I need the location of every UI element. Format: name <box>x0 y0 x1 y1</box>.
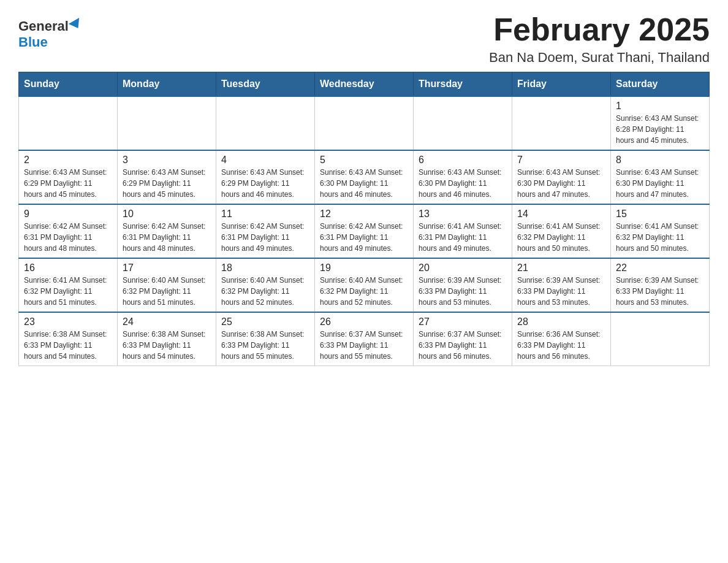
day-info: Sunrise: 6:42 AM Sunset: 6:31 PM Dayligh… <box>123 221 211 254</box>
day-info: Sunrise: 6:40 AM Sunset: 6:32 PM Dayligh… <box>221 275 309 308</box>
day-info: Sunrise: 6:37 AM Sunset: 6:33 PM Dayligh… <box>320 329 408 362</box>
day-number: 18 <box>221 262 309 274</box>
calendar-cell: 22Sunrise: 6:39 AM Sunset: 6:33 PM Dayli… <box>611 258 710 312</box>
day-info: Sunrise: 6:38 AM Sunset: 6:33 PM Dayligh… <box>24 329 112 362</box>
calendar-header-row: SundayMondayTuesdayWednesdayThursdayFrid… <box>19 72 710 97</box>
calendar-cell: 11Sunrise: 6:42 AM Sunset: 6:31 PM Dayli… <box>216 204 315 258</box>
day-info: Sunrise: 6:40 AM Sunset: 6:32 PM Dayligh… <box>320 275 408 308</box>
day-number: 12 <box>320 209 408 220</box>
calendar-week-row: 9Sunrise: 6:42 AM Sunset: 6:31 PM Daylig… <box>19 204 710 258</box>
day-number: 20 <box>419 262 507 274</box>
day-number: 4 <box>221 155 309 166</box>
day-number: 6 <box>419 155 507 166</box>
calendar-cell: 5Sunrise: 6:43 AM Sunset: 6:30 PM Daylig… <box>315 150 414 204</box>
day-info: Sunrise: 6:42 AM Sunset: 6:31 PM Dayligh… <box>320 221 408 254</box>
day-number: 25 <box>221 316 309 327</box>
day-number: 1 <box>616 101 704 112</box>
calendar-cell: 27Sunrise: 6:37 AM Sunset: 6:33 PM Dayli… <box>414 312 512 366</box>
calendar-cell: 18Sunrise: 6:40 AM Sunset: 6:32 PM Dayli… <box>216 258 315 312</box>
calendar-cell: 19Sunrise: 6:40 AM Sunset: 6:32 PM Dayli… <box>315 258 414 312</box>
calendar-cell <box>611 312 710 366</box>
day-info: Sunrise: 6:41 AM Sunset: 6:31 PM Dayligh… <box>419 221 507 254</box>
day-number: 9 <box>24 209 112 220</box>
day-info: Sunrise: 6:43 AM Sunset: 6:29 PM Dayligh… <box>123 167 211 200</box>
day-number: 26 <box>320 316 408 327</box>
day-info: Sunrise: 6:41 AM Sunset: 6:32 PM Dayligh… <box>517 221 605 254</box>
calendar-cell: 1Sunrise: 6:43 AM Sunset: 6:28 PM Daylig… <box>611 96 710 150</box>
page-header: General Blue February 2025 Ban Na Doem, … <box>18 12 710 66</box>
day-info: Sunrise: 6:38 AM Sunset: 6:33 PM Dayligh… <box>123 329 211 362</box>
calendar-cell: 26Sunrise: 6:37 AM Sunset: 6:33 PM Dayli… <box>315 312 414 366</box>
calendar-cell <box>512 96 611 150</box>
logo-blue-text: Blue <box>18 34 48 50</box>
day-info: Sunrise: 6:40 AM Sunset: 6:32 PM Dayligh… <box>123 275 211 308</box>
calendar-cell: 12Sunrise: 6:42 AM Sunset: 6:31 PM Dayli… <box>315 204 414 258</box>
day-number: 24 <box>123 316 211 327</box>
calendar-week-row: 16Sunrise: 6:41 AM Sunset: 6:32 PM Dayli… <box>19 258 710 312</box>
logo-triangle-icon <box>69 18 83 31</box>
calendar-cell: 21Sunrise: 6:39 AM Sunset: 6:33 PM Dayli… <box>512 258 611 312</box>
calendar-cell: 20Sunrise: 6:39 AM Sunset: 6:33 PM Dayli… <box>414 258 512 312</box>
day-number: 10 <box>123 209 211 220</box>
day-number: 14 <box>517 209 605 220</box>
day-number: 13 <box>419 209 507 220</box>
day-info: Sunrise: 6:37 AM Sunset: 6:33 PM Dayligh… <box>419 329 507 362</box>
subtitle: Ban Na Doem, Surat Thani, Thailand <box>489 50 710 66</box>
day-number: 8 <box>616 155 704 166</box>
calendar-week-row: 2Sunrise: 6:43 AM Sunset: 6:29 PM Daylig… <box>19 150 710 204</box>
day-info: Sunrise: 6:42 AM Sunset: 6:31 PM Dayligh… <box>24 221 112 254</box>
calendar-cell: 25Sunrise: 6:38 AM Sunset: 6:33 PM Dayli… <box>216 312 315 366</box>
calendar-cell: 6Sunrise: 6:43 AM Sunset: 6:30 PM Daylig… <box>414 150 512 204</box>
calendar-cell <box>414 96 512 150</box>
calendar-header-thursday: Thursday <box>414 72 512 97</box>
calendar-cell: 24Sunrise: 6:38 AM Sunset: 6:33 PM Dayli… <box>118 312 216 366</box>
day-number: 15 <box>616 209 704 220</box>
calendar-cell: 3Sunrise: 6:43 AM Sunset: 6:29 PM Daylig… <box>118 150 216 204</box>
day-number: 23 <box>24 316 112 327</box>
calendar-week-row: 23Sunrise: 6:38 AM Sunset: 6:33 PM Dayli… <box>19 312 710 366</box>
day-info: Sunrise: 6:43 AM Sunset: 6:29 PM Dayligh… <box>24 167 112 200</box>
day-info: Sunrise: 6:39 AM Sunset: 6:33 PM Dayligh… <box>419 275 507 308</box>
calendar-cell <box>315 96 414 150</box>
calendar-cell: 7Sunrise: 6:43 AM Sunset: 6:30 PM Daylig… <box>512 150 611 204</box>
calendar-cell <box>216 96 315 150</box>
day-number: 28 <box>517 316 605 327</box>
calendar-header-wednesday: Wednesday <box>315 72 414 97</box>
day-number: 11 <box>221 209 309 220</box>
calendar-header-tuesday: Tuesday <box>216 72 315 97</box>
day-info: Sunrise: 6:43 AM Sunset: 6:30 PM Dayligh… <box>517 167 605 200</box>
day-number: 17 <box>123 262 211 274</box>
calendar-header-saturday: Saturday <box>611 72 710 97</box>
title-section: February 2025 Ban Na Doem, Surat Thani, … <box>489 12 710 66</box>
day-info: Sunrise: 6:43 AM Sunset: 6:29 PM Dayligh… <box>221 167 309 200</box>
calendar-cell <box>19 96 118 150</box>
calendar-cell: 9Sunrise: 6:42 AM Sunset: 6:31 PM Daylig… <box>19 204 118 258</box>
calendar-cell: 14Sunrise: 6:41 AM Sunset: 6:32 PM Dayli… <box>512 204 611 258</box>
calendar-cell: 17Sunrise: 6:40 AM Sunset: 6:32 PM Dayli… <box>118 258 216 312</box>
main-title: February 2025 <box>489 12 710 47</box>
calendar-cell: 2Sunrise: 6:43 AM Sunset: 6:29 PM Daylig… <box>19 150 118 204</box>
day-info: Sunrise: 6:42 AM Sunset: 6:31 PM Dayligh… <box>221 221 309 254</box>
day-info: Sunrise: 6:38 AM Sunset: 6:33 PM Dayligh… <box>221 329 309 362</box>
calendar-header-monday: Monday <box>118 72 216 97</box>
calendar-table: SundayMondayTuesdayWednesdayThursdayFrid… <box>18 72 710 366</box>
calendar-cell: 8Sunrise: 6:43 AM Sunset: 6:30 PM Daylig… <box>611 150 710 204</box>
calendar-cell: 15Sunrise: 6:41 AM Sunset: 6:32 PM Dayli… <box>611 204 710 258</box>
day-number: 22 <box>616 262 704 274</box>
calendar-header-friday: Friday <box>512 72 611 97</box>
day-info: Sunrise: 6:39 AM Sunset: 6:33 PM Dayligh… <box>517 275 605 308</box>
day-info: Sunrise: 6:43 AM Sunset: 6:30 PM Dayligh… <box>320 167 408 200</box>
day-info: Sunrise: 6:41 AM Sunset: 6:32 PM Dayligh… <box>616 221 704 254</box>
day-number: 19 <box>320 262 408 274</box>
calendar-cell: 13Sunrise: 6:41 AM Sunset: 6:31 PM Dayli… <box>414 204 512 258</box>
calendar-cell: 16Sunrise: 6:41 AM Sunset: 6:32 PM Dayli… <box>19 258 118 312</box>
day-info: Sunrise: 6:39 AM Sunset: 6:33 PM Dayligh… <box>616 275 704 308</box>
day-number: 21 <box>517 262 605 274</box>
calendar-cell <box>118 96 216 150</box>
day-number: 2 <box>24 155 112 166</box>
calendar-cell: 4Sunrise: 6:43 AM Sunset: 6:29 PM Daylig… <box>216 150 315 204</box>
day-info: Sunrise: 6:41 AM Sunset: 6:32 PM Dayligh… <box>24 275 112 308</box>
calendar-header-sunday: Sunday <box>19 72 118 97</box>
logo: General Blue <box>18 12 82 50</box>
logo-general-text: General <box>18 18 69 34</box>
